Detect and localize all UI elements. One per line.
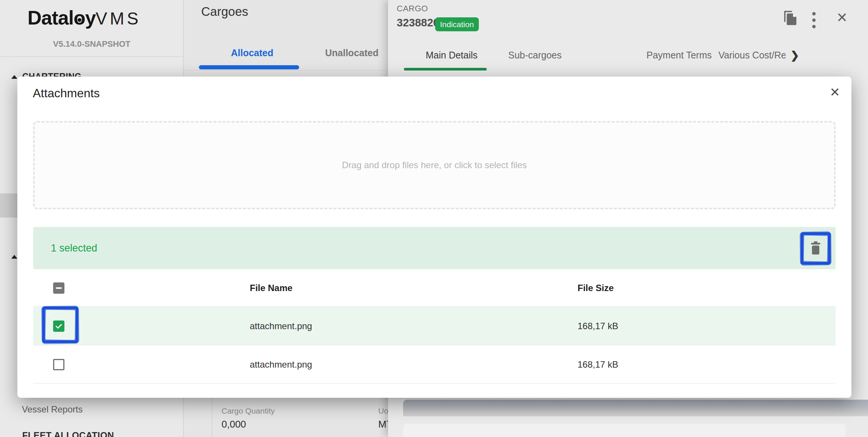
tab-unallocated[interactable]: Unallocated (325, 48, 379, 58)
collapse-caret-icon[interactable] (11, 255, 17, 259)
tab-allocated[interactable]: Allocated (231, 48, 274, 58)
tabs-scroll-right-icon[interactable]: ❯ (790, 49, 799, 61)
page-title: Cargoes (201, 5, 248, 19)
tab-main-details[interactable]: Main Details (426, 50, 478, 61)
sidebar-divider (0, 57, 183, 57)
tab-various-cost-revenue[interactable]: Various Cost/Revenu (718, 50, 785, 61)
tabs-divider (184, 70, 388, 71)
copy-icon[interactable] (783, 9, 799, 26)
active-tab-indicator (404, 68, 487, 71)
file-size: 168,17 kB (578, 307, 618, 345)
modal-title: Attachments (33, 86, 100, 100)
close-panel-icon[interactable]: ✕ (836, 10, 848, 26)
background-card (403, 424, 846, 437)
file-dropzone[interactable]: Drag and drop files here, or click to se… (33, 121, 836, 209)
checkmark-icon (55, 322, 63, 330)
tab-sub-cargoes[interactable]: Sub-cargoes (508, 50, 562, 61)
selection-toolbar: 1 selected (33, 227, 836, 269)
select-all-checkbox-indeterminate[interactable] (53, 282, 64, 294)
app-logo: DataloyVMS (28, 6, 156, 29)
active-tab-indicator (199, 65, 299, 69)
collapse-caret-icon[interactable] (11, 75, 17, 79)
row-checkbox-checked[interactable] (53, 320, 64, 332)
more-options-icon[interactable] (811, 12, 816, 32)
file-name: attachment.png (250, 346, 312, 383)
tab-payment-terms[interactable]: Payment Terms (646, 50, 712, 61)
row-checkbox-unchecked[interactable] (53, 359, 64, 370)
file-name: attachment.png (250, 307, 312, 345)
app-version: V5.14.0-SNAPSHOT (0, 39, 183, 49)
table-row[interactable]: attachment.png 168,17 kB (33, 346, 836, 383)
sidebar-section-fleet-allocation[interactable]: FLEET ALLOCATION (22, 430, 114, 437)
attachments-modal: Attachments ✕ Drag and drop files here, … (17, 77, 851, 398)
cargo-quantity-label: Cargo Quantity (222, 406, 275, 416)
cargo-quantity-value[interactable]: 0,000 (222, 419, 246, 430)
form-card-edge (212, 397, 212, 437)
close-modal-icon[interactable]: ✕ (830, 85, 840, 100)
logo-text: Dataloy (28, 7, 96, 29)
delete-selected-button[interactable] (805, 238, 826, 259)
logo-o-mark: o (73, 6, 85, 29)
column-header-file-name[interactable]: File Name (250, 270, 292, 306)
dropzone-hint: Drag and drop files here, or click to se… (342, 160, 527, 170)
cargo-type-label: CARGO (397, 4, 428, 14)
sidebar-item-vessel-reports[interactable]: Vessel Reports (22, 404, 83, 415)
table-row[interactable]: attachment.png 168,17 kB (33, 307, 836, 345)
app-window: DataloyVMS V5.14.0-SNAPSHOT CHARTERING V… (0, 0, 868, 437)
file-size: 168,17 kB (578, 346, 618, 383)
attachments-table-header: File Name File Size (33, 270, 836, 307)
logo-suffix: VMS (96, 9, 141, 28)
background-table-header (403, 400, 868, 416)
trash-icon (809, 241, 822, 255)
selection-count: 1 selected (51, 227, 97, 269)
status-badge: Indication (435, 17, 479, 31)
column-header-file-size[interactable]: File Size (578, 270, 614, 306)
